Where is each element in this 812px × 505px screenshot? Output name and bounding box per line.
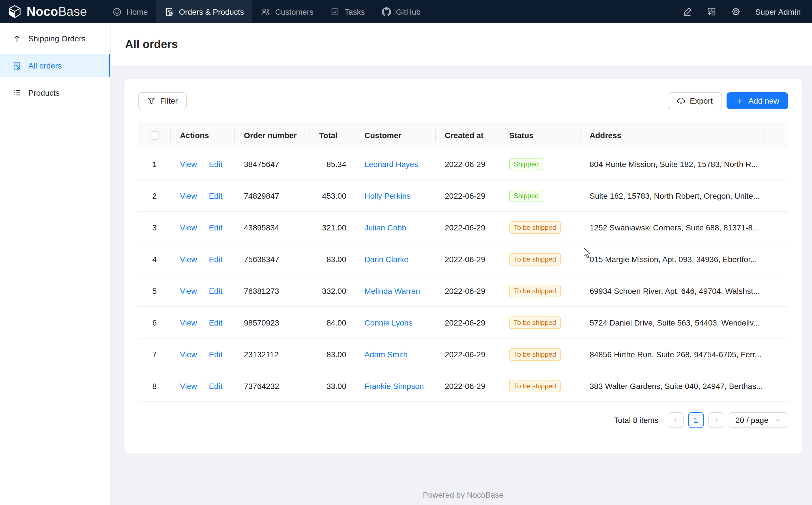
sidebar-item-label: All orders [28, 61, 62, 70]
table-header-row: Actions Order number Total Customer Crea… [138, 122, 788, 148]
total-cell: 332.00 [310, 275, 355, 307]
status-cell: To be shipped [500, 275, 581, 307]
view-link[interactable]: View [180, 381, 197, 390]
view-link[interactable]: View [180, 350, 197, 359]
status-badge: To be shipped [509, 316, 560, 329]
sidebar-item-shipping-orders[interactable]: Shipping Orders [0, 27, 110, 50]
orders-table: Actions Order number Total Customer Crea… [138, 122, 788, 402]
row-index: 2 [152, 191, 157, 200]
view-link[interactable]: View [180, 223, 197, 232]
cube-logo-icon [7, 4, 22, 19]
sidebar-item-label: Shipping Orders [28, 34, 85, 43]
header-order-number: Order number [235, 122, 310, 148]
actions-cell: ViewEdit [171, 180, 235, 211]
user-menu[interactable]: Super Admin [755, 7, 801, 16]
edit-link[interactable]: Edit [209, 381, 222, 390]
table-row: 6 ViewEdit 98570923 84.00 Connie Lyons 2… [138, 307, 788, 338]
table-row: 8 ViewEdit 73764232 33.00 Frankie Simpso… [138, 370, 788, 402]
sidebar: Shipping Orders All orders Products [0, 23, 111, 505]
row-index-cell: 7 [138, 338, 171, 370]
created-at-cell: 2022-06-29 [436, 211, 500, 243]
created-at-cell: 2022-06-29 [436, 180, 500, 211]
add-new-button-label: Add new [748, 96, 779, 105]
edit-link[interactable]: Edit [209, 191, 222, 200]
created-at-cell: 2022-06-29 [436, 148, 500, 180]
spacer-cell [765, 275, 788, 307]
created-at-cell: 2022-06-29 [436, 370, 500, 402]
toolbar-right-buttons: Export Add new [668, 92, 788, 109]
status-badge: To be shipped [509, 380, 560, 392]
add-new-button[interactable]: Add new [726, 92, 788, 109]
edit-link[interactable]: Edit [209, 255, 222, 264]
created-at-cell: 2022-06-29 [436, 243, 500, 275]
row-index: 8 [152, 381, 157, 390]
pagination-prev-button[interactable] [667, 412, 683, 428]
sidebar-item-products[interactable]: Products [0, 81, 110, 104]
gear-icon[interactable] [731, 7, 741, 16]
edit-link[interactable]: Edit [209, 350, 222, 359]
table-row: 2 ViewEdit 74829847 453.00 Holly Perkins… [138, 180, 788, 211]
edit-link[interactable]: Edit [209, 159, 222, 168]
order-number-cell: 74829847 [235, 180, 310, 211]
customer-link[interactable]: Frankie Simpson [364, 381, 424, 390]
header-address: Address [581, 122, 765, 148]
customer-link[interactable]: Holly Perkins [364, 191, 411, 200]
status-cell: Shipped [500, 148, 581, 180]
chevron-left-icon [672, 417, 679, 424]
actions-cell: ViewEdit [171, 307, 235, 338]
sidebar-item-all-orders[interactable]: All orders [0, 54, 110, 77]
filter-button[interactable]: Filter [138, 92, 187, 109]
edit-link[interactable]: Edit [209, 223, 222, 232]
main-menu: Home Orders & Products Customers [104, 0, 429, 23]
nav-item-tasks[interactable]: Tasks [322, 0, 373, 23]
export-button[interactable]: Export [668, 92, 722, 109]
spacer-cell [765, 180, 788, 211]
customer-link[interactable]: Darin Clarke [364, 255, 409, 264]
github-icon [382, 7, 391, 16]
pagination-page-1[interactable]: 1 [688, 412, 704, 428]
highlighter-icon[interactable] [683, 7, 692, 16]
view-link[interactable]: View [180, 255, 197, 264]
edit-link[interactable]: Edit [209, 318, 222, 327]
view-link[interactable]: View [180, 286, 197, 295]
customer-link[interactable]: Connie Lyons [364, 318, 413, 327]
total-cell: 84.00 [310, 307, 355, 338]
customer-cell: Darin Clarke [355, 243, 436, 275]
status-badge: To be shipped [509, 221, 560, 233]
actions-cell: ViewEdit [171, 370, 235, 402]
nav-item-orders-products[interactable]: Orders & Products [156, 0, 252, 23]
content-area: Filter Export [111, 66, 812, 505]
customer-link[interactable]: Leonard Hayes [364, 159, 418, 168]
customer-cell: Adam Smith [355, 338, 436, 370]
row-index: 4 [152, 255, 157, 264]
customer-link[interactable]: Melinda Warren [364, 286, 420, 295]
plugin-grid-add-icon[interactable] [707, 7, 716, 16]
edit-link[interactable]: Edit [209, 286, 222, 295]
row-index-cell: 3 [138, 211, 171, 243]
page-size-value: 20 / page [735, 415, 768, 425]
status-cell: To be shipped [500, 370, 581, 402]
view-link[interactable]: View [180, 318, 197, 327]
order-number-cell: 43895834 [235, 211, 310, 243]
page-size-select[interactable]: 20 / page [729, 412, 788, 428]
pagination-next-button[interactable] [708, 412, 724, 428]
table-row: 4 ViewEdit 75638347 83.00 Darin Clarke 2… [138, 243, 788, 275]
customer-link[interactable]: Julian Cobb [364, 223, 406, 232]
export-button-label: Export [690, 96, 713, 105]
nav-item-customers[interactable]: Customers [253, 0, 322, 23]
table-row: 3 ViewEdit 43895834 321.00 Julian Cobb 2… [138, 211, 788, 243]
customer-link[interactable]: Adam Smith [364, 350, 408, 359]
nocobase-logo[interactable]: NocoBase [0, 0, 87, 23]
status-badge: Shipped [509, 189, 543, 202]
select-all-checkbox[interactable] [150, 131, 159, 140]
view-link[interactable]: View [180, 159, 197, 168]
link-divider [203, 287, 203, 295]
nav-item-home[interactable]: Home [104, 0, 157, 23]
nav-item-github[interactable]: GitHub [373, 0, 429, 23]
link-divider [203, 350, 203, 358]
view-link[interactable]: View [180, 191, 197, 200]
created-at-cell: 2022-06-29 [436, 338, 500, 370]
actions-cell: ViewEdit [171, 211, 235, 243]
total-cell: 33.00 [310, 370, 355, 402]
powered-by-footer: Powered by NocoBase [124, 490, 802, 499]
